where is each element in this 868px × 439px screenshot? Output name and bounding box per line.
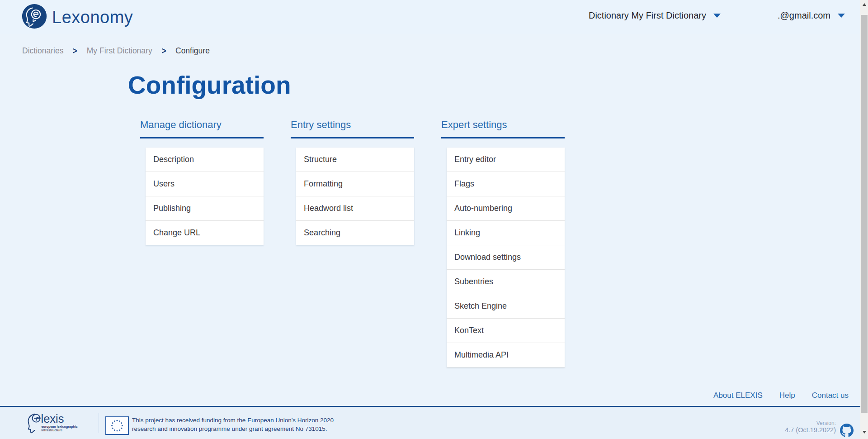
elexis-wordmark: lexis xyxy=(41,412,64,425)
footer-bar: lexis european lexicographic infrastruct… xyxy=(0,407,860,439)
config-item-kontext[interactable]: KonText xyxy=(447,319,565,343)
config-item-formatting[interactable]: Formatting xyxy=(296,172,414,196)
section-title-manage-dictionary: Manage dictionary xyxy=(140,119,264,138)
lexonomy-logo[interactable]: Lexonomy xyxy=(22,4,133,31)
lexonomy-wordmark: Lexonomy xyxy=(52,8,133,27)
github-icon[interactable] xyxy=(840,424,854,437)
breadcrumb-configure: Configure xyxy=(175,46,210,56)
breadcrumb-separator-icon: > xyxy=(161,46,166,56)
lexonomy-logo-icon xyxy=(22,4,47,31)
user-menu-chevron-down-icon[interactable] xyxy=(838,14,845,18)
about-elexis-link[interactable]: About ELEXIS xyxy=(713,391,763,400)
section-manage-dictionary: Manage dictionary Description Users Publ… xyxy=(140,119,264,367)
eu-funding-line1: This project has received funding from t… xyxy=(132,416,334,425)
config-item-description[interactable]: Description xyxy=(146,148,264,172)
breadcrumb-dictionaries[interactable]: Dictionaries xyxy=(22,46,63,56)
elexis-tagline-line2: infrastructure xyxy=(41,429,62,432)
configuration-sections: Manage dictionary Description Users Publ… xyxy=(140,119,565,367)
contact-us-link[interactable]: Contact us xyxy=(812,391,849,400)
config-item-subentries[interactable]: Subentries xyxy=(447,270,565,294)
vertical-scrollbar[interactable] xyxy=(860,0,868,439)
scrollbar-thumb[interactable] xyxy=(861,15,868,413)
config-item-download-settings[interactable]: Download settings xyxy=(447,245,565,270)
config-item-users[interactable]: Users xyxy=(146,172,264,196)
scroll-up-icon[interactable] xyxy=(860,1,868,8)
section-title-expert-settings: Expert settings xyxy=(441,119,565,138)
top-bar-menus: Dictionary My First Dictionary .@gmail.c… xyxy=(589,0,845,31)
config-item-sketch-engine[interactable]: Sketch Engine xyxy=(447,294,565,319)
breadcrumb-my-first-dictionary[interactable]: My First Dictionary xyxy=(87,46,152,56)
entry-settings-menu: Structure Formatting Headword list Searc… xyxy=(296,148,414,245)
dictionary-selector[interactable]: Dictionary My First Dictionary xyxy=(589,10,706,21)
config-item-multimedia-api[interactable]: Multimedia API xyxy=(447,343,565,367)
config-item-headword-list[interactable]: Headword list xyxy=(296,196,414,221)
breadcrumb-separator-icon: > xyxy=(73,46,77,56)
top-bar: Lexonomy Dictionary My First Dictionary … xyxy=(0,0,860,34)
version-value: 4.7 (Oct.19.2022) xyxy=(785,426,836,434)
eu-flag-icon xyxy=(105,416,129,435)
config-item-structure[interactable]: Structure xyxy=(296,148,414,172)
elexis-tagline-line1: european lexicographic xyxy=(41,425,77,429)
section-entry-settings: Entry settings Structure Formatting Head… xyxy=(291,119,414,367)
version-info: Version: 4.7 (Oct.19.2022) xyxy=(785,420,836,434)
footer-vertical-divider xyxy=(99,413,99,433)
config-item-auto-numbering[interactable]: Auto-numbering xyxy=(447,196,565,221)
config-item-flags[interactable]: Flags xyxy=(447,172,565,196)
config-item-linking[interactable]: Linking xyxy=(447,221,565,245)
manage-dictionary-menu: Description Users Publishing Change URL xyxy=(146,148,264,245)
section-title-entry-settings: Entry settings xyxy=(291,119,414,138)
footer-nav: About ELEXIS Help Contact us xyxy=(713,391,849,400)
config-item-searching[interactable]: Searching xyxy=(296,221,414,245)
eu-funding-statement: This project has received funding from t… xyxy=(132,416,334,433)
eu-funding-line2: research and innovation programme under … xyxy=(132,425,334,433)
config-item-entry-editor[interactable]: Entry editor xyxy=(447,148,565,172)
help-link[interactable]: Help xyxy=(779,391,795,400)
version-label: Version: xyxy=(785,420,836,426)
section-expert-settings: Expert settings Entry editor Flags Auto-… xyxy=(441,119,565,367)
config-item-publishing[interactable]: Publishing xyxy=(146,196,264,221)
expert-settings-menu: Entry editor Flags Auto-numbering Linkin… xyxy=(447,148,565,367)
user-menu[interactable]: .@gmail.com xyxy=(778,10,830,21)
breadcrumb: Dictionaries > My First Dictionary > Con… xyxy=(22,46,210,56)
config-item-change-url[interactable]: Change URL xyxy=(146,221,264,245)
dictionary-selector-chevron-down-icon[interactable] xyxy=(713,14,721,18)
page-title: Configuration xyxy=(128,72,291,99)
scroll-down-icon[interactable] xyxy=(860,429,868,435)
elexis-logo[interactable]: lexis european lexicographic infrastruct… xyxy=(25,412,94,436)
